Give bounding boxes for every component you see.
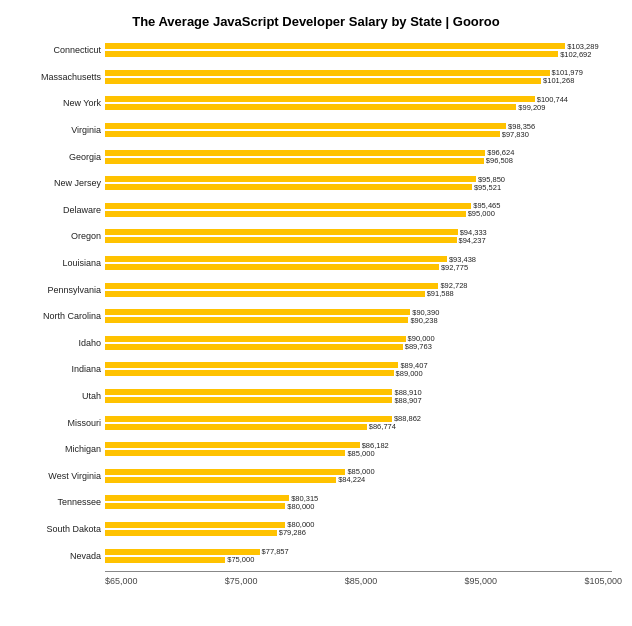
- bars-wrapper: $93,438$92,775: [105, 256, 622, 271]
- bars-wrapper: $92,728$91,588: [105, 282, 622, 297]
- bar-value: $97,830: [502, 130, 529, 139]
- state-label: Pennsylvania: [10, 285, 105, 295]
- bar-row: Tennessee$80,315$80,000: [10, 489, 622, 516]
- state-label: Louisiana: [10, 258, 105, 268]
- bar-line: $86,774: [105, 423, 622, 430]
- bar: [105, 104, 516, 110]
- bars-wrapper: $80,315$80,000: [105, 495, 622, 510]
- bar: [105, 237, 457, 243]
- bar-value: $99,209: [518, 103, 545, 112]
- bar: [105, 469, 345, 475]
- state-label: Tennessee: [10, 497, 105, 507]
- bar-row: Virginia$98,356$97,830: [10, 117, 622, 144]
- bar-value: $94,237: [459, 236, 486, 245]
- chart-body: Connecticut$103,289$102,692Massachusetts…: [10, 37, 622, 586]
- bar-line: $102,692: [105, 51, 622, 58]
- bar-line: $100,744: [105, 96, 622, 103]
- state-label: South Dakota: [10, 524, 105, 534]
- bar-value: $85,000: [347, 449, 374, 458]
- bar: [105, 203, 471, 209]
- bars-wrapper: $90,000$89,763: [105, 335, 622, 350]
- bar: [105, 96, 535, 102]
- bar-value: $88,907: [394, 396, 421, 405]
- state-label: New York: [10, 98, 105, 108]
- bars-wrapper: $95,850$95,521: [105, 176, 622, 191]
- bar: [105, 442, 360, 448]
- bar: [105, 416, 392, 422]
- state-label: North Carolina: [10, 311, 105, 321]
- bar-line: $84,224: [105, 476, 622, 483]
- state-label: Utah: [10, 391, 105, 401]
- bar-row: North Carolina$90,390$90,238: [10, 303, 622, 330]
- bar-line: $85,000: [105, 450, 622, 457]
- bar-line: $91,588: [105, 290, 622, 297]
- bars-wrapper: $101,979$101,268: [105, 69, 622, 84]
- x-axis-label: $95,000: [465, 576, 498, 586]
- bar: [105, 530, 277, 536]
- bar-line: $101,268: [105, 77, 622, 84]
- bar: [105, 344, 403, 350]
- bars-wrapper: $98,356$97,830: [105, 123, 622, 138]
- state-label: Michigan: [10, 444, 105, 454]
- bar-line: $103,289: [105, 43, 622, 50]
- bar-line: $88,910: [105, 389, 622, 396]
- bar-value: $75,000: [227, 555, 254, 564]
- bar: [105, 51, 558, 57]
- state-label: West Virginia: [10, 471, 105, 481]
- bar: [105, 70, 550, 76]
- bars-wrapper: $95,465$95,000: [105, 202, 622, 217]
- bar-line: $94,333: [105, 229, 622, 236]
- bar: [105, 229, 458, 235]
- bar: [105, 495, 289, 501]
- bar-row: Massachusetts$101,979$101,268: [10, 64, 622, 91]
- bar-line: $77,857: [105, 548, 622, 555]
- bar: [105, 43, 565, 49]
- bar: [105, 370, 394, 376]
- x-axis-label: $85,000: [345, 576, 378, 586]
- bar-value: $95,521: [474, 183, 501, 192]
- bar-line: $93,438: [105, 256, 622, 263]
- bar: [105, 256, 447, 262]
- bar-line: $80,000: [105, 521, 622, 528]
- bar-row: Idaho$90,000$89,763: [10, 330, 622, 357]
- state-label: Nevada: [10, 551, 105, 561]
- bar-value: $77,857: [262, 547, 289, 556]
- bars-wrapper: $100,744$99,209: [105, 96, 622, 111]
- bar-line: $101,979: [105, 69, 622, 76]
- state-label: New Jersey: [10, 178, 105, 188]
- x-axis: $65,000$75,000$85,000$95,000$105,000: [105, 576, 622, 586]
- axis-line: [105, 571, 612, 572]
- bar-value: $96,508: [486, 156, 513, 165]
- x-axis-label: $65,000: [105, 576, 138, 586]
- bar-line: $90,000: [105, 335, 622, 342]
- bar-row: Louisiana$93,438$92,775: [10, 250, 622, 277]
- bar: [105, 158, 484, 164]
- bar-value: $84,224: [338, 475, 365, 484]
- bar: [105, 184, 472, 190]
- chart-title: The Average JavaScript Developer Salary …: [10, 10, 622, 29]
- state-label: Oregon: [10, 231, 105, 241]
- bar-line: $94,237: [105, 237, 622, 244]
- bar-value: $92,775: [441, 263, 468, 272]
- bar-area: Connecticut$103,289$102,692Massachusetts…: [10, 37, 622, 569]
- bar-value: $91,588: [427, 289, 454, 298]
- bars-wrapper: $94,333$94,237: [105, 229, 622, 244]
- state-label: Virginia: [10, 125, 105, 135]
- state-label: Massachusetts: [10, 72, 105, 82]
- bar-value: $86,774: [369, 422, 396, 431]
- bar-value: $89,000: [396, 369, 423, 378]
- bar-line: $95,000: [105, 210, 622, 217]
- bar: [105, 317, 408, 323]
- bar-value: $95,000: [468, 209, 495, 218]
- x-axis-label: $75,000: [225, 576, 258, 586]
- bar: [105, 291, 425, 297]
- state-label: Delaware: [10, 205, 105, 215]
- bar-line: $97,830: [105, 131, 622, 138]
- bar-row: Michigan$86,182$85,000: [10, 436, 622, 463]
- bar-line: $80,315: [105, 495, 622, 502]
- bar: [105, 123, 506, 129]
- bar: [105, 424, 367, 430]
- bar: [105, 477, 336, 483]
- bar-value: $102,692: [560, 50, 591, 59]
- state-label: Idaho: [10, 338, 105, 348]
